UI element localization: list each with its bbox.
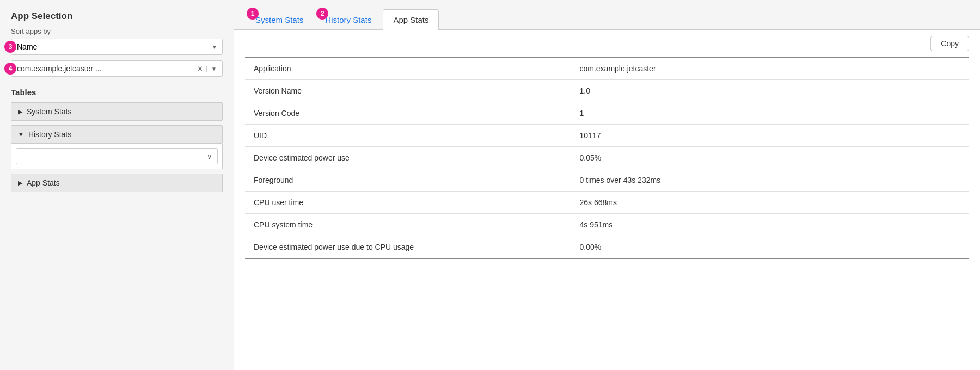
- tab-history-stats[interactable]: 2 History Stats: [315, 9, 382, 30]
- table-row: CPU user time26s 668ms: [245, 192, 969, 214]
- sidebar-title: App Selection: [11, 11, 223, 22]
- app-value: com.example.jetcaster ...: [17, 64, 197, 73]
- table-cell-value: 0.00%: [571, 236, 970, 259]
- table-cell-key: Device estimated power use: [245, 147, 571, 169]
- table-group-history-stats: ▼ History Stats: [11, 125, 223, 169]
- app-dropdown-arrow[interactable]: ▼: [206, 66, 217, 72]
- sidebar: App Selection Sort apps by 3 Name Usage …: [0, 0, 234, 370]
- table-row: CPU system time4s 951ms: [245, 214, 969, 236]
- arrow-right-icon-app: ▶: [18, 180, 22, 187]
- table-cell-value: 0 times over 43s 232ms: [571, 169, 970, 192]
- tab-history-stats-label: History Stats: [325, 15, 371, 24]
- table-cell-key: Version Code: [245, 102, 571, 125]
- table-row: Foreground0 times over 43s 232ms: [245, 169, 969, 192]
- copy-button[interactable]: Copy: [930, 36, 969, 51]
- app-select-wrapper: 4 com.example.jetcaster ... ✕ ▼: [11, 60, 223, 77]
- table-cell-key: CPU user time: [245, 192, 571, 214]
- history-stats-select-wrapper: [16, 148, 218, 164]
- table-group-header-system-stats[interactable]: ▶ System Stats: [11, 102, 223, 121]
- table-cell-value: 26s 668ms: [571, 192, 970, 214]
- table-cell-value: 10117: [571, 125, 970, 147]
- stats-table: Applicationcom.example.jetcasterVersion …: [245, 57, 969, 259]
- tabs-bar: 1 System Stats 2 History Stats App Stats: [234, 0, 980, 30]
- table-cell-key: UID: [245, 125, 571, 147]
- table-row: UID10117: [245, 125, 969, 147]
- badge-1: 1: [247, 8, 259, 20]
- table-row: Device estimated power use0.05%: [245, 147, 969, 169]
- table-cell-value: 1: [571, 102, 970, 125]
- table-group-app-stats: ▶ App Stats: [11, 174, 223, 192]
- table-group-label-system-stats: System Stats: [27, 107, 71, 116]
- table-group-label-history-stats: History Stats: [28, 130, 71, 139]
- table-cell-key: Application: [245, 57, 571, 80]
- data-table: Applicationcom.example.jetcasterVersion …: [234, 57, 980, 370]
- tab-app-stats-label: App Stats: [393, 15, 428, 24]
- app-select-input[interactable]: com.example.jetcaster ... ✕ ▼: [11, 60, 223, 77]
- table-group-header-app-stats[interactable]: ▶ App Stats: [11, 174, 223, 192]
- table-cell-key: Foreground: [245, 169, 571, 192]
- tab-app-stats[interactable]: App Stats: [383, 9, 439, 30]
- table-cell-value: 0.05%: [571, 147, 970, 169]
- badge-4: 4: [4, 63, 16, 75]
- table-cell-key: CPU system time: [245, 214, 571, 236]
- table-row: Version Code1: [245, 102, 969, 125]
- table-group-label-app-stats: App Stats: [27, 178, 60, 187]
- badge-3: 3: [4, 41, 16, 53]
- table-group-header-history-stats[interactable]: ▼ History Stats: [11, 125, 223, 144]
- table-row: Device estimated power use due to CPU us…: [245, 236, 969, 259]
- tab-system-stats[interactable]: 1 System Stats: [245, 9, 314, 30]
- arrow-right-icon: ▶: [18, 108, 22, 115]
- arrow-down-icon: ▼: [18, 131, 24, 138]
- main-content: 1 System Stats 2 History Stats App Stats…: [234, 0, 980, 370]
- table-group-system-stats: ▶ System Stats: [11, 102, 223, 121]
- table-cell-value: 4s 951ms: [571, 214, 970, 236]
- table-group-body-history-stats: [11, 144, 223, 169]
- table-row: Applicationcom.example.jetcaster: [245, 57, 969, 80]
- sort-select-wrapper: 3 Name Usage Size: [11, 39, 223, 55]
- copy-bar: Copy: [234, 30, 980, 57]
- table-cell-value: 1.0: [571, 80, 970, 102]
- sort-label: Sort apps by: [11, 27, 223, 35]
- tables-section-title: Tables: [11, 88, 223, 97]
- table-cell-key: Device estimated power use due to CPU us…: [245, 236, 571, 259]
- table-cell-key: Version Name: [245, 80, 571, 102]
- table-row: Version Name1.0: [245, 80, 969, 102]
- table-cell-value: com.example.jetcaster: [571, 57, 970, 80]
- tab-system-stats-label: System Stats: [255, 15, 303, 24]
- sort-select[interactable]: Name Usage Size: [11, 39, 223, 55]
- app-clear-button[interactable]: ✕: [197, 65, 203, 73]
- history-stats-select[interactable]: [16, 148, 218, 164]
